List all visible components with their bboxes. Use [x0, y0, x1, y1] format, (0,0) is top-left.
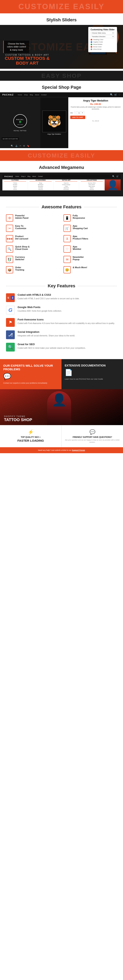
feature-customize-text: Easy ToCustomize: [15, 225, 26, 230]
feature-more-title: & Much More!: [73, 266, 87, 269]
mega-col-2-item-4[interactable]: Earrings: [30, 187, 52, 188]
top-band-text: Customize Easily: [0, 2, 123, 11]
key-features-title: Key Features: [48, 283, 75, 288]
mega-col-4-item-2[interactable]: Dark Series: [81, 184, 103, 185]
key-features-section: Key Features 5 3 Coded with HTML5 & CSS3…: [0, 277, 123, 359]
tattoo-subtitle: Shopify Theme: [4, 415, 32, 417]
easy-shop-band: Easy Shop: [0, 71, 123, 81]
footer-text: Need any help? Just submit a ticket to o…: [4, 449, 119, 451]
mega-col-4-item-5[interactable]: Abstract: [81, 189, 103, 190]
mega-col-2-title: ACCESSORIES: [30, 180, 52, 181]
key-feature-google-desc: Countless 600+ fonts from google fonts c…: [18, 309, 62, 312]
loading-label-top: Top Quality SEO +: [3, 436, 58, 438]
slider-text: Custom Tattoos & Body Art Custom Tattoos…: [5, 54, 50, 65]
slider-background: Customize Easily 👤 Custom Tattoos & Body…: [0, 25, 123, 69]
responsive-icon: 📱: [64, 214, 71, 221]
mega-col-1-item-2[interactable]: Hoodies: [4, 184, 26, 185]
mega-col-2-item-2[interactable]: Necklaces: [30, 184, 52, 185]
tattoo-title: TATTOO SHOP: [4, 417, 32, 422]
mega-nav-shop[interactable]: Shop ▾: [21, 176, 26, 177]
footer-feat-support: 💬 Friendly Support Have Questions? Ask y…: [62, 425, 123, 447]
shop-nav: Home Shop Blog About Contact: [18, 94, 47, 96]
nav-shop[interactable]: Shop: [24, 94, 28, 96]
mega-nav-about[interactable]: About: [32, 176, 36, 177]
feature-admin-title: PowerfulAdmin Panel: [15, 214, 29, 219]
slide-select[interactable]: Choose Slide every▾: [91, 32, 115, 35]
experts-left: OUR EXPERTS WILL solve your problems 💬 C…: [0, 359, 62, 389]
key-feature-seo: 🔍 Great for SEO Coded with SEO in mind m…: [6, 343, 117, 352]
feature-carousel-title: ProductDel carousel: [15, 235, 28, 240]
feature-ajax-cart-text: AjaxShopping Cart: [73, 225, 88, 230]
panel-title: Customizing Video Slider: [91, 29, 115, 31]
mega-col-2-item-1[interactable]: Rings: [30, 183, 52, 184]
mega-nav-contact[interactable]: Contact: [38, 176, 43, 177]
slider-headline: Custom Tattoos &Body Art: [5, 56, 50, 65]
nav-blog[interactable]: Blog: [30, 94, 33, 96]
title-line-left: [6, 207, 39, 207]
feature-tracking-text: OrderTracking: [15, 266, 24, 271]
seo-icon: 🔍: [6, 343, 15, 352]
mega-nav-home[interactable]: Home: [15, 176, 19, 177]
mega-nav-items: Home Shop ▾ Blog About Contact: [15, 176, 110, 177]
awesome-features-section: Awesome Features ⚙ PowerfulAdmin Panel 📱…: [0, 198, 123, 277]
feature-carousel: ◉◉◉ ProductDel carousel: [6, 235, 59, 242]
quickshop-icon: 🔍: [6, 245, 13, 253]
mega-col-3-item-4[interactable]: Japanese: [55, 187, 77, 188]
carousel-icon: ◉◉◉: [6, 235, 13, 242]
mega-col-1-item-1[interactable]: T-Shirts: [4, 183, 26, 184]
filters-icon: ⧖: [64, 235, 71, 242]
shop-product-details: Angry Tiger Medallion Rs. 249.00 Powerfu…: [68, 97, 123, 148]
transition-select[interactable]: Transition Direction▾: [91, 35, 115, 38]
nav-home[interactable]: Home: [18, 94, 22, 96]
ajax-cart-icon: 🛒: [64, 225, 71, 232]
feature-quickshop-text: Quick Shop &Cloud Zoom: [15, 245, 30, 251]
mega-col-4-item-3[interactable]: Skull Series: [81, 186, 103, 187]
tattoo-text-area: Shopify Theme TATTOO SHOP: [4, 415, 32, 422]
mega-col-1-item-4[interactable]: Jeans: [4, 187, 26, 188]
quantity-stepper[interactable]: - 1 +: [74, 111, 84, 115]
feature-filters-title: AjaxProduct Filters: [73, 235, 88, 240]
key-feature-social: ⎇ Social Integration Integrates with all…: [6, 330, 117, 339]
nav-about[interactable]: About: [35, 94, 39, 96]
mega-col-4-item-1[interactable]: Summer 2024: [81, 183, 103, 184]
experts-right-desc: Learn how to use PACHAZ from our User Gu…: [65, 378, 120, 380]
social-icon: ⎇: [6, 330, 15, 339]
customize-band-2: Customize Easily: [0, 150, 123, 161]
feature-currency-text: CurrencySwitcher: [15, 256, 25, 261]
panel-row-2: Caption Color: [91, 41, 115, 43]
megamenu-section: Advanced Megamenu PACHAZ Home Shop ▾ Blo…: [0, 161, 123, 198]
feature-responsive-title: FullyResponsive: [73, 214, 85, 219]
mega-col-4-item-4[interactable]: Nature: [81, 187, 103, 188]
support-label-top: Friendly Support Have Questions?: [65, 436, 120, 438]
mega-nav-blog[interactable]: Blog: [27, 176, 30, 177]
currency-icon: 💱: [6, 256, 13, 263]
add-to-cart-button[interactable]: ADD TO CART: [70, 116, 85, 119]
mega-col-2-item-5[interactable]: Watches: [30, 189, 52, 190]
footer-features: ⚡ Top Quality SEO + FASTER LOADING 💬 Fri…: [0, 425, 123, 447]
mega-col-3-item-2[interactable]: Custom Design: [55, 184, 77, 185]
mega-col-2-item-3[interactable]: Bracelets: [30, 186, 52, 187]
key-feature-fontawesome-desc: Coded with Font-Awesome 4.6 icons from f…: [18, 322, 115, 325]
support-forum-link[interactable]: Support Forum: [72, 449, 85, 451]
feature-newsletter-text: NewsletterPopup: [73, 256, 84, 261]
mega-col-1-item-3[interactable]: Jackets: [4, 186, 26, 187]
mega-col-3-item-5[interactable]: Geometric: [55, 189, 77, 190]
panel-row-1: Heading Color: [91, 39, 115, 40]
mega-col-2: ACCESSORIES Rings Necklaces Bracelets Ea…: [28, 180, 54, 191]
loading-icon: ⚡: [3, 429, 58, 435]
mega-col-3-item-1[interactable]: Flash Art: [55, 183, 77, 184]
experts-right-title: EXTENSIVE Documentation: [65, 364, 120, 367]
feature-wishlist-title: AjaxWishlist: [73, 245, 81, 250]
nav-contact[interactable]: Contact: [41, 94, 47, 96]
slider-preview: Customize Easily 👤 Custom Tattoos & Body…: [0, 25, 123, 69]
mega-col-1-item-5[interactable]: Shorts: [4, 189, 26, 190]
shop-preview: PACHAZ Home Shop Blog About Contact 🔍 🛒 …: [0, 92, 123, 148]
footer-help-text: Need any help? Just submit a ticket to o…: [38, 449, 72, 451]
feature-currency: 💱 CurrencySwitcher: [6, 256, 59, 263]
shop-section: Special Shop Page PACHAZ Home Shop Blog …: [0, 81, 123, 150]
mega-col-3-item-3[interactable]: Tribal: [55, 186, 77, 187]
product-title-overlay: Angry Tiger Medallion: [47, 133, 62, 135]
shop-title: Special Shop Page: [0, 85, 123, 90]
ajax-label: ajax add to cart & quick View: [2, 137, 19, 140]
chat-icon: 💬: [3, 373, 58, 380]
